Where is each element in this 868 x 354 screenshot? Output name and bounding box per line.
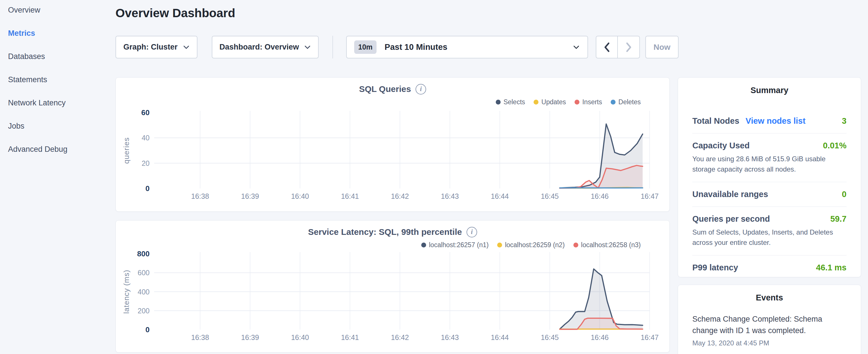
view-nodes-list-link[interactable]: View nodes list (746, 116, 806, 126)
y-axis-tick-label: 0 (146, 184, 150, 193)
events-panel: Events Schema Change Completed: Schema c… (678, 285, 861, 354)
controls-divider (333, 36, 333, 58)
sidebar-item-statements[interactable]: Statements (8, 75, 105, 84)
x-axis-tick-label: 16:41 (341, 192, 359, 200)
time-pager (596, 36, 640, 58)
chevron-right-icon (625, 42, 633, 53)
x-axis-tick-label: 16:39 (241, 333, 259, 342)
summary-row-value: 0.01% (823, 141, 846, 150)
prev-time-button[interactable] (596, 36, 618, 58)
x-axis-tick-label: 16:44 (491, 192, 509, 200)
y-axis-tick-label: 400 (137, 288, 150, 296)
y-axis-title: latency (ms) (122, 270, 131, 314)
graph-dropdown[interactable]: Graph: Cluster (116, 36, 197, 58)
time-range-label: Past 10 Minutes (384, 42, 567, 52)
x-axis-tick-label: 16:46 (591, 192, 609, 200)
graph-dropdown-label: Graph: Cluster (123, 43, 177, 52)
x-axis-tick-label: 16:38 (191, 192, 209, 200)
summary-row: Unavailable ranges0 (692, 182, 846, 206)
x-axis-tick-label: 16:40 (291, 192, 309, 200)
sidebar-item-advanced-debug[interactable]: Advanced Debug (8, 145, 105, 154)
summary-row-label: Total Nodes (692, 116, 739, 126)
sidebar-item-network-latency[interactable]: Network Latency (8, 99, 105, 107)
y-axis-tick-label: 20 (142, 159, 150, 167)
y-axis-tick-label: 60 (141, 108, 150, 117)
x-axis-tick-label: 16:45 (541, 333, 559, 342)
next-time-button[interactable] (618, 36, 639, 58)
sql-queries-chart[interactable]: 16:3816:3916:4016:4116:4216:4316:4416:45… (116, 77, 670, 212)
summary-row: P99 latency46.1 ms (692, 255, 846, 280)
summary-row-description: Sum of Selects, Updates, Inserts, and De… (692, 227, 846, 248)
x-axis-tick-label: 16:47 (641, 333, 659, 342)
summary-row-label: Capacity Used (692, 141, 750, 150)
time-range-selector[interactable]: 10m Past 10 Minutes (346, 36, 588, 58)
summary-row: Capacity Used0.01%You are using 28.6 MiB… (692, 133, 846, 182)
dashboard-dropdown-label: Dashboard: Overview (219, 43, 299, 52)
x-axis-tick-label: 16:43 (441, 333, 459, 342)
y-axis-tick-label: 200 (137, 307, 150, 315)
sql-queries-chart-card: SQL Queries i SelectsUpdatesInsertsDelet… (116, 77, 670, 212)
summary-row-label: P99 latency (692, 263, 738, 272)
x-axis-tick-label: 16:45 (541, 192, 559, 200)
y-axis-tick-label: 40 (142, 134, 150, 142)
sidebar-item-overview[interactable]: Overview (8, 6, 105, 14)
x-axis-tick-label: 16:40 (291, 333, 309, 342)
y-axis-tick-label: 600 (137, 269, 150, 277)
summary-row-value: 59.7 (831, 214, 846, 224)
summary-row-label: Unavailable ranges (692, 190, 768, 199)
time-range-badge: 10m (354, 40, 376, 54)
event-message: Schema Change Completed: Schema change w… (692, 313, 846, 336)
now-button[interactable]: Now (645, 36, 679, 58)
chevron-left-icon (603, 42, 611, 53)
sidebar-item-metrics[interactable]: Metrics (8, 29, 105, 37)
sidebar: OverviewMetricsDatabasesStatementsNetwor… (8, 6, 105, 168)
chevron-down-icon (304, 45, 311, 50)
x-axis-tick-label: 16:42 (391, 192, 409, 200)
summary-row-value: 3 (842, 116, 846, 126)
y-axis-title: queries (122, 137, 131, 164)
x-axis-tick-label: 16:47 (641, 192, 659, 200)
events-title: Events (692, 293, 846, 302)
summary-row-value: 46.1 ms (816, 263, 846, 272)
event-timestamp: May 13, 2020 at 4:45 PM (692, 339, 846, 347)
x-axis-tick-label: 16:44 (491, 333, 509, 342)
dashboard-dropdown[interactable]: Dashboard: Overview (212, 36, 319, 58)
chevron-down-icon (572, 45, 580, 50)
x-axis-tick-label: 16:46 (591, 333, 609, 342)
page-title: Overview Dashboard (116, 6, 235, 20)
event-item[interactable]: Schema Change Completed: Schema change w… (692, 313, 846, 347)
x-axis-tick-label: 16:41 (341, 333, 359, 342)
summary-row: Total NodesView nodes list3 (692, 109, 846, 133)
summary-row: Queries per second59.7Sum of Selects, Up… (692, 206, 846, 255)
x-axis-tick-label: 16:38 (191, 333, 209, 342)
x-axis-tick-label: 16:39 (241, 192, 259, 200)
summary-row-value: 0 (842, 190, 846, 199)
sidebar-item-databases[interactable]: Databases (8, 52, 105, 61)
summary-title: Summary (692, 86, 846, 95)
summary-row-label: Queries per second (692, 214, 770, 224)
summary-panel: Summary Total NodesView nodes list3Capac… (678, 77, 861, 277)
chevron-down-icon (183, 45, 190, 50)
sidebar-item-jobs[interactable]: Jobs (8, 122, 105, 130)
service-latency-chart[interactable]: 16:3816:3916:4016:4116:4216:4316:4416:45… (116, 221, 670, 353)
summary-row-description: You are using 28.6 MiB of 515.9 GiB usab… (692, 154, 846, 174)
x-axis-tick-label: 16:42 (391, 333, 409, 342)
x-axis-tick-label: 16:43 (441, 192, 459, 200)
y-axis-tick-label: 800 (137, 250, 150, 258)
service-latency-chart-card: Service Latency: SQL, 99th percentile i … (116, 220, 670, 353)
y-axis-tick-label: 0 (146, 325, 150, 334)
